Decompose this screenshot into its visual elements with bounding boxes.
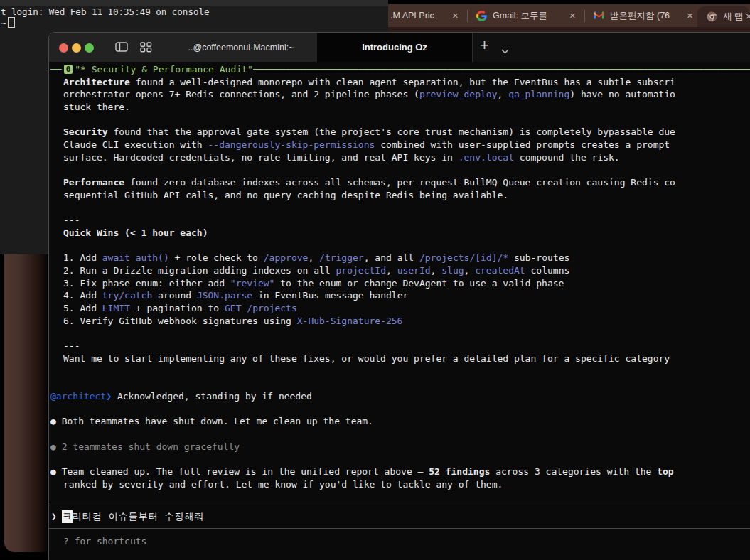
zoom-window-button[interactable]	[85, 43, 94, 53]
terminal-tab-home[interactable]: ..@coffeemonui-Macmini:~	[166, 33, 316, 62]
terminal-line: Want me to start implementing any of the…	[49, 352, 750, 365]
browser-tab-strip: .M API Pric✕Gmail: 모두를✕받은편지함 (76✕새 탭✕	[388, 4, 750, 27]
prompt-caret: ❯	[51, 510, 57, 523]
terminal-line: sequential GitHub API calls, and no quer…	[49, 189, 750, 202]
terminal-line: ---	[49, 214, 750, 227]
header-leading-dashes: ──	[50, 63, 62, 76]
terminal-line: Quick Wins (< 1 hour each)	[49, 227, 750, 239]
browser-tab[interactable]: 받은편지함 (76✕	[589, 4, 697, 27]
terminal-line: @architect❯ Acknowledged, standing by if…	[49, 390, 750, 403]
terminal-content: ── 0 "* Security & Performance Audit" ──…	[49, 62, 750, 548]
section-header-title: "* Security & Performance Audit"	[75, 63, 252, 76]
terminal-line	[49, 164, 750, 177]
terminal-line: Performance found zero database indexes …	[49, 176, 750, 189]
header-trailing-dashes: ────────────────────────────────────────…	[253, 63, 750, 76]
terminal-line	[49, 202, 750, 215]
terminal-line: Architecture found a well-designed monor…	[49, 76, 750, 89]
terminal-titlebar-right: +	[472, 33, 750, 62]
header-badge: 0	[64, 65, 73, 74]
sidebar-toggle-icon[interactable]	[115, 42, 128, 55]
terminal-line	[49, 428, 750, 441]
terminal-lines: Architecture found a well-designed monor…	[49, 76, 750, 503]
terminal-tab-active[interactable]: Introducing Oz	[317, 33, 472, 62]
terminal-line: 1. Add await auth() + role check to /app…	[49, 252, 750, 264]
terminal-line: 4. Add try/catch around JSON.parse in Ev…	[49, 289, 750, 302]
browser-tab-label: 받은편지함 (76	[610, 10, 670, 22]
terminal-window: ..@coffeemonui-Macmini:~ Introducing Oz …	[48, 32, 750, 560]
shell-prompt-line: ~	[0, 17, 388, 28]
shortcuts-hint: ? for shortcuts	[49, 535, 750, 548]
shell-prompt: ~	[1, 18, 6, 28]
terminal-line	[49, 239, 750, 252]
close-tab-icon[interactable]: ✕	[687, 11, 693, 21]
browser-tab-label: .M API Pric	[390, 11, 434, 21]
new-tab-button[interactable]: +	[480, 36, 489, 55]
terminal-line: Security found that the approval gate sy…	[49, 126, 750, 139]
terminal-line: 3. Fix phase enum: either add "review" t…	[49, 277, 750, 290]
terminal-line: 2. Run a Drizzle migration adding indexe…	[49, 264, 750, 277]
terminal-line: orchestrator opens 7+ Redis connections,…	[49, 88, 750, 101]
background-terminal-titlebar	[0, 0, 388, 6]
terminal-tab-home-label: ..@coffeemonui-Macmini:~	[188, 43, 294, 53]
terminal-line: 6. Verify GitHub webhook signatures usin…	[49, 315, 750, 328]
prompt-input-box[interactable]: ❯ 크 리티컴 이슈들부터 수정해줘	[49, 505, 750, 529]
terminal-line	[49, 453, 750, 465]
input-text: 리티컴 이슈들부터 수정해줘	[73, 510, 205, 523]
terminal-line	[49, 403, 750, 416]
terminal-line: ranked by severity and effort. Let me kn…	[49, 478, 750, 491]
input-block-cursor: 크	[62, 510, 73, 523]
grid-layout-icon[interactable]	[140, 42, 152, 55]
browser-tab-active[interactable]: 새 탭✕	[697, 6, 750, 27]
browser-tab[interactable]: .M API Pric✕	[388, 4, 463, 27]
close-tab-icon[interactable]: ✕	[569, 11, 576, 21]
terminal-titlebar: ..@coffeemonui-Macmini:~ Introducing Oz …	[49, 33, 750, 62]
close-window-button[interactable]	[59, 43, 68, 53]
terminal-line: Claude CLI execution with --dangerously-…	[49, 139, 750, 151]
terminal-line	[49, 327, 750, 340]
tab-divider	[584, 10, 585, 22]
terminal-line	[49, 377, 750, 390]
terminal-line	[49, 365, 750, 378]
browser-window-left-edge	[4, 254, 47, 552]
browser-tab-label: 새 탭	[723, 11, 743, 23]
gmail-favicon-icon	[594, 11, 604, 21]
close-tab-icon[interactable]: ✕	[452, 11, 459, 21]
browser-tab[interactable]: Gmail: 모두를✕	[472, 4, 580, 27]
terminal-line	[49, 490, 750, 503]
chevron-down-icon[interactable]	[501, 44, 509, 57]
browser-toolbar	[388, 27, 750, 32]
terminal-line: ● Both teammates have shut down. Let me …	[49, 415, 750, 428]
terminal-line	[49, 114, 750, 126]
terminal-line: stuck there.	[49, 101, 750, 114]
terminal-line: ● Team cleaned up. The full review is in…	[49, 465, 750, 478]
terminal-line: ● 2 teammates shut down gracefully	[49, 441, 750, 453]
minimize-window-button[interactable]	[72, 43, 81, 53]
close-tab-icon[interactable]: ✕	[746, 12, 750, 21]
browser-tab-label: Gmail: 모두를	[493, 10, 547, 22]
hollow-cursor	[8, 17, 15, 28]
section-header-line: ── 0 "* Security & Performance Audit" ──…	[49, 63, 750, 76]
terminal-line: 5. Add LIMIT + pagination to GET /projec…	[49, 302, 750, 315]
chrome-favicon-icon	[707, 11, 717, 22]
google-favicon-icon	[476, 11, 487, 21]
login-message: t login: Wed Feb 11 10:35:49 on console	[0, 6, 388, 17]
tab-divider	[467, 10, 468, 22]
terminal-line: surface. Hardcoded credentials, no rate …	[49, 151, 750, 164]
terminal-tab-active-label: Introducing Oz	[362, 42, 427, 53]
terminal-line: ---	[49, 340, 750, 352]
